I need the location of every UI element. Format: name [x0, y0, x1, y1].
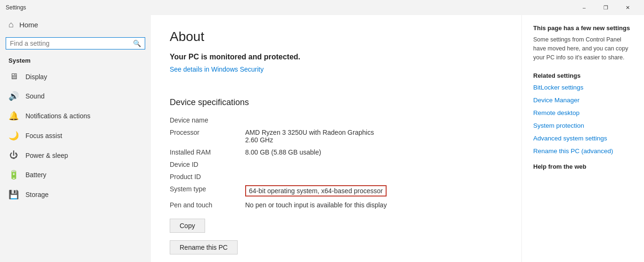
sidebar-item-label: Notifications & actions: [25, 112, 91, 120]
sidebar: ⌂ Home 🔍 System 🖥 Display 🔊 Sound 🔔 Noti…: [0, 15, 151, 262]
sidebar-item-notifications[interactable]: 🔔 Notifications & actions: [0, 106, 151, 126]
system-protection-link[interactable]: System protection: [533, 122, 633, 129]
sidebar-item-power[interactable]: ⏻ Power & sleep: [0, 146, 151, 165]
table-row: Device name: [170, 114, 500, 126]
storage-icon: 💾: [8, 189, 19, 200]
sidebar-item-label: Display: [25, 73, 47, 81]
rename-pc-button[interactable]: Rename this PC: [170, 240, 238, 254]
titlebar: Settings – ❐ ✕: [0, 0, 644, 15]
spec-label: Device name: [170, 114, 245, 126]
table-row: System type 64-bit operating system, x64…: [170, 183, 500, 199]
power-icon: ⏻: [8, 150, 19, 160]
sidebar-item-label: Focus assist: [25, 132, 62, 139]
spec-value: No pen or touch input is available for t…: [245, 199, 500, 211]
device-specs-title: Device specifications: [170, 98, 503, 107]
action-buttons: Copy: [170, 211, 503, 233]
rename-pc-advanced-link[interactable]: Rename this PC (advanced): [533, 147, 633, 155]
right-panel: This page has a few new settings Some se…: [521, 15, 644, 262]
spec-label: Device ID: [170, 158, 245, 171]
spec-value: 64-bit operating system, x64-based proce…: [245, 183, 500, 199]
copy-button[interactable]: Copy: [170, 219, 205, 233]
page-title: About: [170, 29, 503, 44]
see-details-link[interactable]: See details in Windows Security: [170, 66, 264, 73]
battery-icon: 🔋: [8, 170, 19, 180]
spec-label: Processor: [170, 126, 245, 146]
help-from-web-label: Help from the web: [533, 163, 633, 170]
right-panel-intro-title: This page has a few new settings: [533, 25, 633, 32]
notifications-icon: 🔔: [8, 111, 19, 121]
sidebar-home-label: Home: [19, 21, 38, 29]
display-icon: 🖥: [8, 72, 19, 82]
spec-value: AMD Ryzen 3 3250U with Radeon Graphics2.…: [245, 126, 500, 146]
advanced-system-settings-link[interactable]: Advanced system settings: [533, 135, 633, 142]
spec-value: [245, 171, 500, 183]
system-type-value: 64-bit operating system, x64-based proce…: [245, 185, 387, 196]
spec-label: Installed RAM: [170, 146, 245, 158]
spec-table: Device name Processor AMD Ryzen 3 3250U …: [170, 114, 500, 211]
sidebar-item-label: Power & sleep: [25, 152, 68, 159]
main-layout: ⌂ Home 🔍 System 🖥 Display 🔊 Sound 🔔 Noti…: [0, 15, 644, 262]
sidebar-item-focus[interactable]: 🌙 Focus assist: [0, 126, 151, 146]
titlebar-controls: – ❐ ✕: [573, 0, 638, 15]
focus-icon: 🌙: [8, 131, 19, 141]
titlebar-title: Settings: [6, 4, 573, 11]
maximize-button[interactable]: ❐: [595, 0, 617, 15]
search-input[interactable]: [10, 40, 130, 47]
remote-desktop-link[interactable]: Remote desktop: [533, 109, 633, 116]
spec-value: 8.00 GB (5.88 GB usable): [245, 146, 500, 158]
table-row: Product ID: [170, 171, 500, 183]
table-row: Processor AMD Ryzen 3 3250U with Radeon …: [170, 126, 500, 146]
sidebar-item-home[interactable]: ⌂ Home: [0, 15, 151, 34]
table-row: Installed RAM 8.00 GB (5.88 GB usable): [170, 146, 500, 158]
sidebar-section-label: System: [0, 54, 151, 67]
bitlocker-link[interactable]: BitLocker settings: [533, 84, 633, 91]
protected-text: Your PC is monitored and protected.: [170, 53, 503, 61]
minimize-button[interactable]: –: [573, 0, 595, 15]
sidebar-item-storage[interactable]: 💾 Storage: [0, 185, 151, 205]
spec-value: [245, 158, 500, 171]
right-panel-intro-desc: Some settings from Control Panel have mo…: [533, 35, 633, 62]
table-row: Device ID: [170, 158, 500, 171]
sound-icon: 🔊: [8, 91, 19, 101]
search-box: 🔍: [6, 37, 145, 49]
close-button[interactable]: ✕: [617, 0, 638, 15]
sidebar-item-battery[interactable]: 🔋 Battery: [0, 165, 151, 185]
spec-label: Pen and touch: [170, 199, 245, 211]
spec-label: System type: [170, 183, 245, 199]
sidebar-item-label: Sound: [25, 92, 44, 100]
content-area: About Your PC is monitored and protected…: [151, 15, 521, 262]
spec-value: [245, 114, 500, 126]
search-icon: 🔍: [133, 40, 141, 47]
home-icon: ⌂: [8, 20, 14, 30]
sidebar-item-label: Battery: [25, 171, 46, 179]
spec-label: Product ID: [170, 171, 245, 183]
table-row: Pen and touch No pen or touch input is a…: [170, 199, 500, 211]
sidebar-item-label: Storage: [25, 191, 49, 198]
sidebar-item-display[interactable]: 🖥 Display: [0, 67, 151, 86]
rename-button-row: Rename this PC: [170, 233, 503, 254]
related-settings-label: Related settings: [533, 72, 633, 79]
sidebar-item-sound[interactable]: 🔊 Sound: [0, 86, 151, 106]
device-manager-link[interactable]: Device Manager: [533, 97, 633, 104]
